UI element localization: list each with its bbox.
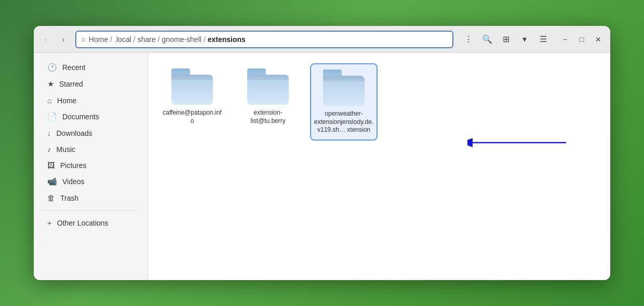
- menu-button[interactable]: ⋮: [460, 31, 477, 48]
- documents-icon: 📄: [47, 112, 57, 121]
- sidebar-label-documents: Documents: [62, 113, 99, 121]
- sidebar-item-documents[interactable]: 📄 Documents: [37, 108, 144, 125]
- breadcrumb-bar: ⌂ Home / .local / share / gnome-shell / …: [75, 31, 453, 48]
- sidebar-item-other-locations[interactable]: + Other Locations: [37, 215, 144, 231]
- breadcrumb-sep-1: /: [110, 35, 112, 44]
- starred-icon: ★: [47, 79, 54, 89]
- sidebar-item-recent[interactable]: 🕐 Recent: [37, 59, 144, 76]
- breadcrumb-extensions[interactable]: extensions: [208, 35, 246, 44]
- sidebar-label-videos: Videos: [62, 177, 85, 186]
- view-detail-button[interactable]: ☰: [534, 31, 552, 48]
- folder-open-top-3: [323, 76, 365, 81]
- sidebar-label-music: Music: [57, 145, 76, 154]
- downloads-icon: ↓: [47, 129, 51, 137]
- chevron-down-icon: ▾: [522, 34, 527, 44]
- sidebar-item-starred[interactable]: ★ Starred: [37, 76, 144, 92]
- sidebar-label-other: Other Locations: [57, 219, 109, 227]
- sidebar-label-downloads: Downloads: [57, 129, 92, 137]
- sidebar: 🕐 Recent ★ Starred ⌂ Home 📄 Documents ↓ …: [34, 53, 148, 280]
- breadcrumb-sep-3: /: [158, 35, 160, 44]
- videos-icon: 📹: [47, 177, 57, 186]
- trash-icon: 🗑: [47, 193, 55, 202]
- other-locations-icon: +: [47, 218, 52, 227]
- close-button[interactable]: ✕: [591, 32, 606, 47]
- view-list-button[interactable]: ⊞: [497, 31, 515, 48]
- file-label-openweather: openweather-extensionjenslody.de.v119.sh…: [313, 110, 375, 134]
- sidebar-item-music[interactable]: ♪ Music: [37, 141, 144, 157]
- forward-icon: ›: [62, 35, 65, 44]
- sidebar-label-starred: Starred: [59, 80, 83, 88]
- file-label-caffeine: caffeine@patapon.info: [161, 109, 223, 125]
- maximize-icon: □: [580, 35, 584, 44]
- music-icon: ♪: [47, 145, 51, 154]
- breadcrumb-sep-2: /: [133, 35, 136, 44]
- folder-front: [171, 80, 213, 105]
- sidebar-label-trash: Trash: [60, 194, 78, 202]
- breadcrumb-gnome-shell[interactable]: gnome-shell: [162, 35, 202, 44]
- minimize-button[interactable]: −: [557, 32, 573, 47]
- file-item-caffeine[interactable]: caffeine@patapon.info: [158, 63, 226, 130]
- breadcrumb-home[interactable]: Home: [89, 35, 108, 44]
- toolbar-actions: ⋮ 🔍 ⊞ ▾ ☰: [460, 31, 552, 48]
- sidebar-label-recent: Recent: [62, 63, 85, 72]
- breadcrumb-local[interactable]: .local: [114, 35, 131, 44]
- file-manager-window: ‹ › ⌂ Home / .local / share / gnome-shel…: [34, 26, 610, 280]
- window-controls: − □ ✕: [557, 32, 606, 47]
- breadcrumb-share[interactable]: share: [138, 35, 156, 44]
- home-icon: ⌂: [82, 35, 86, 43]
- sidebar-divider: [42, 210, 139, 211]
- recent-icon: 🕐: [47, 63, 57, 72]
- sidebar-item-videos[interactable]: 📹 Videos: [37, 173, 144, 190]
- pictures-icon: 🖼: [47, 161, 55, 170]
- sidebar-item-home[interactable]: ⌂ Home: [37, 92, 144, 108]
- folder-front-3: [323, 81, 365, 106]
- sidebar-item-pictures[interactable]: 🖼 Pictures: [37, 157, 144, 173]
- search-button[interactable]: 🔍: [478, 31, 496, 48]
- forward-button[interactable]: ›: [56, 32, 71, 47]
- view-list-icon: ⊞: [503, 34, 509, 44]
- files-grid: caffeine@patapon.info extension-list@tu.…: [158, 63, 600, 141]
- search-icon: 🔍: [482, 34, 492, 44]
- menu-icon: ⋮: [464, 34, 473, 44]
- folder-icon-openweather: [323, 69, 365, 106]
- folder-front-2: [247, 80, 289, 105]
- window-body: 🕐 Recent ★ Starred ⌂ Home 📄 Documents ↓ …: [34, 53, 610, 280]
- home-sidebar-icon: ⌂: [47, 96, 52, 105]
- file-item-extension-list[interactable]: extension-list@tu.berry: [234, 63, 302, 130]
- folder-icon-caffeine: [171, 68, 213, 105]
- maximize-button[interactable]: □: [574, 32, 589, 47]
- file-item-openweather[interactable]: openweather-extensionjenslody.de.v119.sh…: [310, 63, 378, 141]
- folder-icon-extension-list: [247, 68, 289, 105]
- back-button[interactable]: ‹: [38, 32, 53, 47]
- close-icon: ✕: [595, 35, 601, 44]
- view-dropdown-button[interactable]: ▾: [516, 31, 533, 48]
- titlebar: ‹ › ⌂ Home / .local / share / gnome-shel…: [34, 26, 610, 53]
- folder-open-top-2: [247, 75, 289, 80]
- sidebar-item-downloads[interactable]: ↓ Downloads: [37, 125, 144, 141]
- folder-open-top: [171, 75, 213, 80]
- sidebar-label-pictures: Pictures: [60, 161, 87, 170]
- minimize-icon: −: [563, 35, 567, 44]
- main-content: caffeine@patapon.info extension-list@tu.…: [148, 53, 610, 280]
- view-detail-icon: ☰: [540, 34, 547, 44]
- back-icon: ‹: [45, 35, 47, 44]
- file-label-extension-list: extension-list@tu.berry: [237, 109, 299, 125]
- breadcrumb-sep-4: /: [204, 35, 206, 44]
- sidebar-item-trash[interactable]: 🗑 Trash: [37, 190, 144, 206]
- sidebar-label-home: Home: [57, 96, 76, 105]
